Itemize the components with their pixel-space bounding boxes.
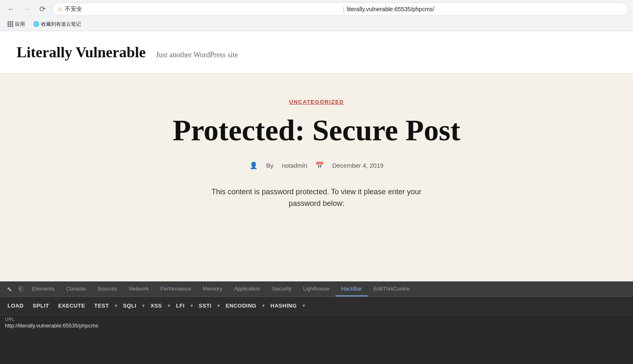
hackbar-url-bar: URL http://literally.vulnerable:65535/ph… (0, 315, 633, 364)
post-title: Protected: Secure Post (173, 115, 460, 147)
test-arrow: ▼ (114, 303, 118, 308)
separator: | (343, 6, 344, 12)
hackbar-xss[interactable]: XSS (146, 300, 166, 311)
url-display: literally.vulnerable:65535/phpcms/ (347, 6, 623, 12)
hackbar-encoding-dropdown: ENCODING ▼ (222, 300, 266, 311)
hackbar-test-dropdown: TEST ▼ (90, 300, 118, 311)
sqli-arrow: ▼ (142, 303, 146, 308)
back-button[interactable]: ← (5, 3, 17, 15)
post-author: notadmin (282, 162, 308, 169)
security-icon: ⚠ (58, 6, 62, 12)
hackbar-toolbar: LOAD SPLIT EXECUTE TEST ▼ SQLI ▼ XSS ▼ L… (0, 297, 633, 315)
hackbar-ssti[interactable]: SSTI (195, 300, 216, 311)
webpage: Literally Vulnerable Just another WordPr… (0, 31, 633, 281)
author-icon: 👤 (249, 161, 258, 169)
browser-toolbar: ← → ⟳ ⚠ 不安全 | literally.vulnerable:65535… (0, 0, 633, 18)
tab-console[interactable]: Console (60, 281, 92, 296)
tab-elements[interactable]: Elements (26, 281, 60, 296)
hackbar-url-value: http://literally.vulnerable:65535/phpcms (5, 322, 628, 329)
hackbar-ssti-dropdown: SSTI ▼ (195, 300, 221, 311)
apps-bookmark[interactable]: 应用 (5, 20, 27, 29)
url-label: URL (5, 317, 628, 322)
devtools-panel: ⬉ ⎗ Elements Console Sources Network Per… (0, 281, 633, 364)
tab-memory[interactable]: Memory (197, 281, 228, 296)
hackbar-load[interactable]: LOAD (3, 300, 28, 311)
site-title: Literally Vulnerable (17, 44, 146, 61)
hackbar-hashing[interactable]: HASHING (266, 300, 301, 311)
hackbar-xss-dropdown: XSS ▼ (146, 300, 171, 311)
post-meta: 👤 By notadmin 📅 December 4, 2019 (249, 161, 384, 169)
hackbar-hashing-dropdown: HASHING ▼ (266, 300, 306, 311)
hackbar-execute[interactable]: EXECUTE (54, 300, 89, 311)
devtools-cursor-btn[interactable]: ⬉ (3, 281, 15, 296)
youdao-bookmark[interactable]: 🌐 收藏到有道云笔记 (31, 20, 83, 29)
youdao-label: 收藏到有道云笔记 (41, 21, 81, 28)
apps-label: 应用 (15, 21, 25, 28)
apps-icon (7, 21, 13, 27)
bookmark-icon: 🌐 (33, 21, 39, 27)
reload-button[interactable]: ⟳ (37, 3, 48, 15)
tab-sources[interactable]: Sources (92, 281, 123, 296)
tab-security[interactable]: Security (266, 281, 297, 296)
tab-lighthouse[interactable]: Lighthouse (297, 281, 335, 296)
hackbar-encoding[interactable]: ENCODING (222, 300, 261, 311)
tab-network[interactable]: Network (123, 281, 155, 296)
hackbar-lfi-dropdown: LFI ▼ (172, 300, 194, 311)
excerpt-line2: password below: (288, 199, 344, 208)
post-date: December 4, 2019 (332, 162, 383, 169)
hackbar-sqli[interactable]: SQLI (119, 300, 140, 311)
ssti-arrow: ▼ (217, 303, 221, 308)
devtools-tabs: ⬉ ⎗ Elements Console Sources Network Per… (0, 282, 633, 297)
site-content: UNCATEGORIZED Protected: Secure Post 👤 B… (0, 74, 633, 281)
tab-application[interactable]: Application (228, 281, 266, 296)
address-bar[interactable]: ⚠ 不安全 | literally.vulnerable:65535/phpcm… (52, 2, 628, 16)
encoding-arrow: ▼ (262, 303, 266, 308)
devtools-mobile-btn[interactable]: ⎗ (15, 281, 26, 296)
hackbar-split[interactable]: SPLIT (29, 300, 53, 311)
tab-hackbar[interactable]: HackBar (335, 281, 368, 296)
hackbar-lfi[interactable]: LFI (172, 300, 189, 311)
lfi-arrow: ▼ (190, 303, 194, 308)
xss-arrow: ▼ (167, 303, 171, 308)
hackbar-sqli-dropdown: SQLI ▼ (119, 300, 145, 311)
tab-editthiscookie[interactable]: EditThisCookie (368, 281, 415, 296)
forward-button[interactable]: → (21, 3, 32, 15)
post-excerpt: This content is password protected. To v… (212, 186, 422, 210)
hackbar-test[interactable]: TEST (90, 300, 113, 311)
site-header: Literally Vulnerable Just another WordPr… (0, 31, 633, 74)
post-category: UNCATEGORIZED (289, 99, 344, 105)
tab-performance[interactable]: Performance (154, 281, 197, 296)
bookmarks-bar: 应用 🌐 收藏到有道云笔记 (0, 18, 633, 31)
excerpt-line1: This content is password protected. To v… (212, 188, 422, 196)
site-tagline: Just another WordPress site (156, 51, 238, 59)
hashing-arrow: ▼ (302, 303, 306, 308)
security-label: 不安全 (65, 5, 340, 13)
date-icon: 📅 (315, 161, 324, 169)
browser-chrome: ← → ⟳ ⚠ 不安全 | literally.vulnerable:65535… (0, 0, 633, 31)
author-prefix: By (266, 162, 274, 169)
